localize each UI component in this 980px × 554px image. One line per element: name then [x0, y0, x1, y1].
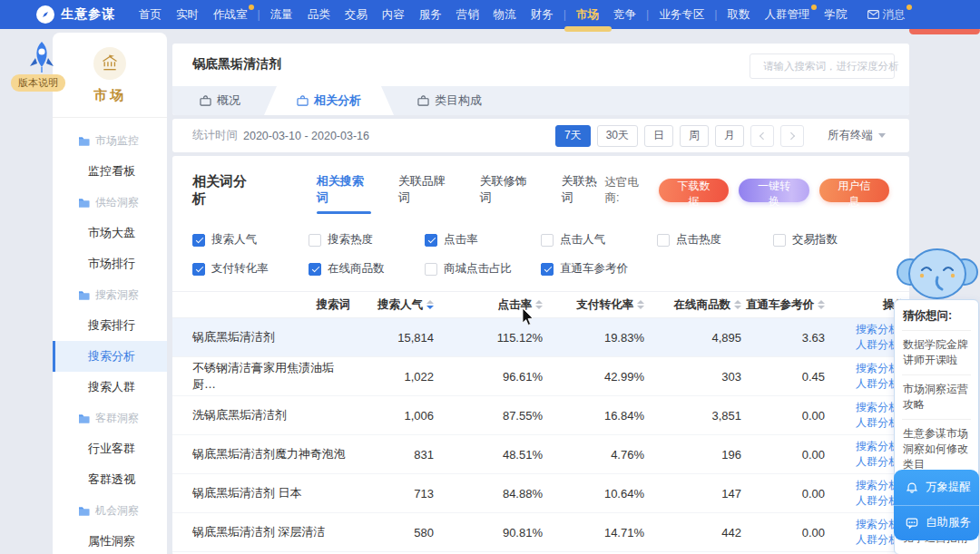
sort-icon[interactable]	[535, 300, 543, 309]
stat-time-label: 统计时间	[192, 128, 238, 143]
nav-item[interactable]: 取数	[728, 7, 750, 23]
version-label[interactable]: 版本说明	[11, 74, 65, 92]
sidebar-item[interactable]: 市场排行	[53, 248, 167, 279]
sidebar-item-label: 行业客群	[88, 441, 135, 457]
header-tab[interactable]: 相关分析	[264, 86, 394, 115]
checkbox-icon	[309, 263, 321, 276]
word-type-tab[interactable]: 关联热词	[562, 173, 605, 214]
related-words-card: 相关词分析 相关搜索词 关联品牌词 关联修饰词 关联热词 达官电商: 下载数据 …	[172, 156, 909, 554]
keyword-search-box[interactable]	[750, 53, 895, 79]
wanxiang-reminder-button[interactable]: 万象提醒	[894, 470, 979, 505]
sidebar-item[interactable]: 属性洞察	[53, 526, 167, 554]
terminal-select[interactable]: 所有终端	[828, 128, 886, 143]
sort-icon[interactable]	[734, 300, 741, 309]
keyword-cell: 锅底黑垢清洁剂	[172, 318, 354, 357]
metric-checkbox[interactable]: 搜索热度	[309, 232, 425, 248]
nav-item[interactable]: 营销	[456, 7, 479, 23]
nav-item[interactable]: 首页	[139, 7, 162, 23]
range-button[interactable]: 日	[644, 125, 673, 147]
ctr-cell: 84.88%	[437, 474, 546, 513]
metric-checkbox[interactable]: 在线商品数	[309, 261, 425, 277]
metric-label: 直通车参考价	[560, 261, 628, 277]
metric-checkbox[interactable]: 点击率	[425, 232, 541, 248]
sidebar-item[interactable]: 客群透视	[53, 464, 167, 495]
sidebar-item[interactable]: 搜索人群	[53, 372, 167, 403]
user-info-button[interactable]: 用户信息	[819, 179, 889, 202]
word-type-tab[interactable]: 关联修饰词	[480, 173, 534, 214]
online-items-cell: 196	[648, 435, 745, 474]
elephant-mascot[interactable]	[895, 241, 980, 305]
nav-item[interactable]: 实时	[176, 7, 199, 23]
sort-icon[interactable]	[637, 300, 644, 309]
suggested-question[interactable]: 市场洞察运营攻略	[902, 374, 971, 419]
version-rocket-icon[interactable]	[27, 40, 56, 78]
metric-checkbox[interactable]: 搜索人气	[192, 232, 309, 248]
prev-period-button[interactable]	[750, 125, 774, 147]
checkbox-icon	[425, 263, 437, 276]
word-type-tab[interactable]: 相关搜索词	[317, 173, 371, 214]
word-type-tab[interactable]: 关联品牌词	[398, 173, 453, 214]
self-service-button[interactable]: 自助服务	[894, 505, 979, 541]
date-range-buttons: 7天 30天 日 周 月	[555, 125, 744, 147]
metric-checkbox[interactable]: 点击人气	[541, 232, 657, 248]
suggested-question[interactable]: 数据学院金牌讲师开课啦	[902, 330, 971, 374]
nav-item[interactable]: 市场	[576, 7, 599, 23]
metric-checkbox[interactable]: 交易指数	[773, 232, 889, 248]
one-click-convert-button[interactable]: 一键转换	[739, 179, 808, 202]
nav-item[interactable]: 内容	[382, 7, 405, 23]
next-period-button[interactable]	[780, 125, 804, 147]
sidebar-item[interactable]: 行业客群	[53, 433, 167, 464]
metric-label: 点击热度	[676, 232, 721, 248]
keyword-cell: 洗锅底黑垢清洁剂	[172, 396, 354, 435]
column-header[interactable]: 搜索词	[172, 292, 354, 318]
chevron-right-icon	[788, 131, 795, 139]
promo-area: 达官电商: 下载数据 一键转换 用户信息	[604, 175, 889, 206]
nav-message[interactable]: 消息	[867, 7, 906, 23]
sidebar-item[interactable]: 搜索分析	[53, 341, 167, 372]
sidebar-item-label: 客群透视	[88, 471, 135, 488]
nav-item[interactable]: 物流	[494, 7, 516, 23]
nav-item[interactable]: 财务	[531, 7, 554, 23]
nav-message-label: 消息	[883, 7, 906, 23]
online-items-cell: 442	[648, 513, 745, 552]
nav-item[interactable]: 业务专区	[659, 7, 704, 23]
sidebar-item: 市场监控	[53, 125, 167, 156]
column-header[interactable]: 点击率	[437, 292, 546, 318]
range-button[interactable]: 30天	[597, 125, 638, 147]
column-header[interactable]: 直通车参考价	[745, 292, 828, 318]
column-header[interactable]: 支付转化率	[546, 292, 648, 318]
metric-checkbox[interactable]: 点击热度	[657, 232, 773, 248]
metric-checkbox[interactable]: 支付转化率	[192, 261, 309, 277]
nav-item[interactable]: 流量	[270, 7, 293, 23]
header-tab[interactable]: 类目构成	[394, 86, 505, 115]
nav-item[interactable]: 学院	[825, 7, 848, 23]
keyword-cell: 不锈钢清洁膏家用焦渍油垢厨…	[172, 357, 354, 396]
range-button[interactable]: 7天	[555, 125, 591, 147]
nav-item[interactable]: 交易	[345, 7, 368, 23]
sort-icon[interactable]	[818, 300, 825, 309]
nav-item[interactable]: 人群管理	[765, 7, 810, 23]
app-logo[interactable]: 生意参谋	[36, 5, 115, 24]
sidebar-item[interactable]: 市场大盘	[53, 218, 167, 248]
nav-item[interactable]: 服务	[419, 7, 442, 23]
metric-label: 支付转化率	[211, 261, 269, 277]
column-header[interactable]: 在线商品数	[648, 292, 745, 318]
sidebar-item[interactable]: 搜索排行	[53, 310, 167, 341]
nav-item[interactable]: 品类	[308, 7, 330, 23]
sidebar-item-label: 市场大盘	[88, 225, 135, 241]
search-input[interactable]	[763, 61, 903, 72]
metric-checkbox[interactable]: 直通车参考价	[541, 261, 657, 277]
header-tab[interactable]: 概况	[176, 86, 264, 115]
download-data-button[interactable]: 下载数据	[659, 179, 729, 202]
nav-item[interactable]: 作战室	[213, 7, 248, 23]
range-button[interactable]: 月	[715, 125, 744, 147]
metric-checkbox[interactable]: 商城点击占比	[425, 261, 541, 277]
sort-icon[interactable]	[426, 300, 434, 309]
sidebar-item: 供给洞察	[53, 187, 167, 218]
metric-label: 搜索人气	[211, 232, 257, 248]
nav-item[interactable]: 竞争	[613, 7, 636, 23]
column-header[interactable]: 搜索人气	[354, 292, 437, 318]
bag-icon	[200, 95, 211, 106]
sidebar-item[interactable]: 监控看板	[53, 156, 167, 187]
range-button[interactable]: 周	[680, 125, 709, 147]
